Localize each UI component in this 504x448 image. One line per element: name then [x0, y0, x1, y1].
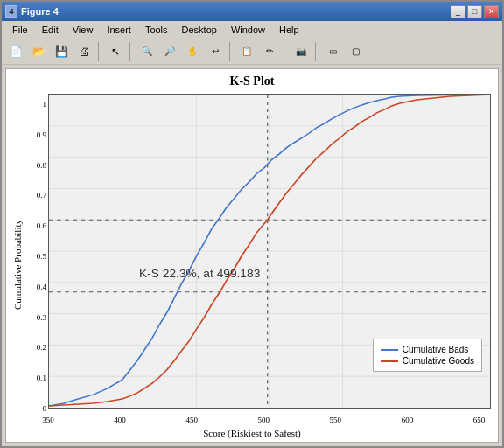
legend: Cumulative Bads Cumulative Goods	[373, 339, 482, 372]
x-tick-350: 350	[42, 416, 54, 424]
y-axis-ticks: 0 0.1 0.2 0.3 0.4 0.5 0.6 0.7 0.8 0.9 1	[24, 95, 46, 409]
x-label-text: Score (Riskiest to Safest)	[203, 428, 301, 438]
x-axis-label: Score (Riskiest to Safest)	[6, 428, 498, 438]
title-buttons: _ □ ✕	[451, 5, 499, 18]
toolbar-rotate[interactable]: ↩	[205, 41, 226, 62]
toolbar-sep2	[130, 42, 133, 61]
toolbar-zoom-in[interactable]: 🔍	[136, 41, 158, 62]
x-axis-ticks: 350 400 450 500 550 600 650	[48, 416, 491, 424]
toolbar-pan[interactable]: ✋	[182, 41, 203, 62]
menu-bar: File Edit View Insert Tools Desktop Wind…	[2, 21, 502, 38]
y-tick-10: 1	[24, 100, 46, 108]
main-window: 4 Figure 4 _ □ ✕ File Edit View Insert T…	[0, 0, 504, 448]
legend-item-goods: Cumulative Goods	[381, 356, 474, 366]
legend-label-bads: Cumulative Bads	[402, 345, 469, 354]
y-tick-05: 0.5	[24, 252, 46, 261]
menu-edit[interactable]: Edit	[35, 23, 66, 37]
toolbar-sep3	[229, 42, 233, 61]
y-tick-01: 0.1	[24, 374, 46, 382]
x-tick-400: 400	[114, 416, 126, 424]
toolbar-rect1[interactable]: ▭	[322, 41, 343, 62]
menu-tools[interactable]: Tools	[138, 23, 175, 37]
y-tick-08: 0.8	[24, 161, 46, 170]
toolbar: 📄 📂 💾 🖨 ↖ 🔍 🔎 ✋ ↩ 📋 ✏ 📷 ▭ ▢	[2, 38, 502, 65]
x-tick-500: 500	[257, 416, 270, 424]
title-bar: 4 Figure 4 _ □ ✕	[2, 2, 502, 21]
toolbar-zoom-out[interactable]: 🔎	[159, 41, 180, 62]
toolbar-brush[interactable]: ✏	[259, 41, 280, 62]
menu-window[interactable]: Window	[224, 23, 272, 37]
menu-desktop[interactable]: Desktop	[175, 23, 224, 37]
toolbar-new[interactable]: 📄	[5, 41, 26, 62]
y-tick-07: 0.7	[24, 191, 46, 200]
legend-line-goods	[381, 360, 398, 362]
toolbar-rect2[interactable]: ▢	[345, 41, 366, 62]
x-tick-650: 650	[473, 416, 486, 424]
x-tick-450: 450	[186, 416, 198, 424]
menu-insert[interactable]: Insert	[100, 23, 138, 37]
y-tick-02: 0.2	[24, 343, 46, 352]
menu-file[interactable]: File	[5, 23, 35, 37]
x-tick-600: 600	[402, 416, 414, 424]
plot-container: K-S Plot Cumulative Probability 0 0.1 0.…	[5, 68, 499, 443]
app-icon: 4	[5, 5, 18, 18]
y-tick-06: 0.6	[24, 221, 46, 230]
x-tick-550: 550	[330, 416, 342, 424]
svg-text:K-S 22.3%, at 499.183: K-S 22.3%, at 499.183	[139, 268, 260, 280]
window-title: Figure 4	[21, 6, 59, 17]
plot-title: K-S Plot	[6, 69, 498, 90]
y-tick-03: 0.3	[24, 313, 46, 322]
legend-item-bads: Cumulative Bads	[381, 345, 474, 354]
toolbar-data-cursor[interactable]: 📋	[236, 41, 257, 62]
title-bar-left: 4 Figure 4	[5, 5, 59, 18]
toolbar-sep4	[284, 42, 287, 61]
y-tick-0: 0	[24, 404, 46, 413]
toolbar-sep5	[315, 42, 318, 61]
toolbar-open[interactable]: 📂	[28, 41, 49, 62]
legend-line-bads	[381, 349, 398, 351]
y-axis-label-container: Cumulative Probability	[11, 122, 24, 407]
legend-label-goods: Cumulative Goods	[402, 356, 474, 366]
toolbar-save[interactable]: 💾	[51, 41, 72, 62]
toolbar-camera[interactable]: 📷	[290, 41, 312, 62]
menu-help[interactable]: Help	[272, 23, 306, 37]
y-tick-04: 0.4	[24, 283, 46, 291]
minimize-button[interactable]: _	[451, 5, 466, 18]
figure-area: K-S Plot Cumulative Probability 0 0.1 0.…	[2, 65, 502, 446]
toolbar-print[interactable]: 🖨	[74, 41, 94, 62]
menu-view[interactable]: View	[66, 23, 101, 37]
maximize-button[interactable]: □	[467, 5, 482, 18]
close-button[interactable]: ✕	[484, 5, 499, 18]
y-axis-label: Cumulative Probability	[12, 220, 23, 310]
toolbar-cursor[interactable]: ↖	[105, 41, 126, 62]
y-tick-09: 0.9	[24, 130, 46, 139]
toolbar-sep1	[98, 42, 102, 61]
